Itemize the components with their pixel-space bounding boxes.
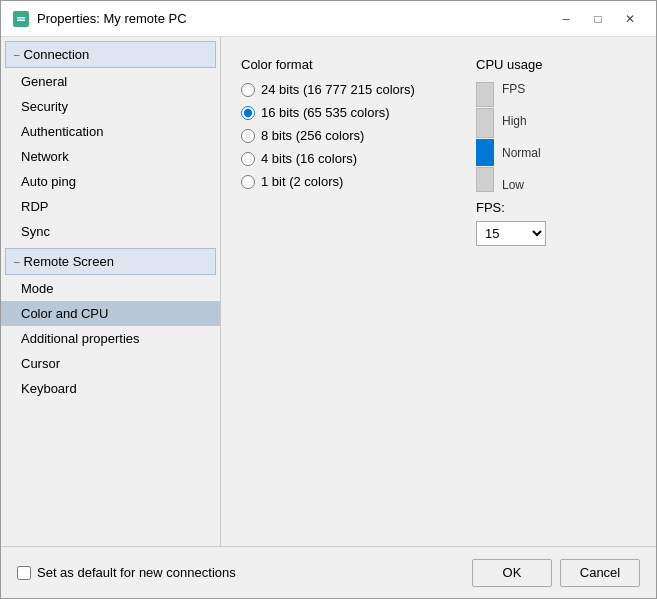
sidebar-item-authentication[interactable]: Authentication [1,119,220,144]
radio-16bit[interactable]: 16 bits (65 535 colors) [241,105,446,120]
radio-1bit[interactable]: 1 bit (2 colors) [241,174,446,189]
radio-input-1bit[interactable] [241,175,255,189]
sidebar-item-auto-ping[interactable]: Auto ping [1,169,220,194]
collapse-icon-connection: – [14,49,20,60]
cpu-bar-high [476,108,494,138]
cpu-bar-normal [476,139,494,167]
window-title: Properties: My remote PC [37,11,187,26]
cpu-usage-section: CPU usage [476,57,636,246]
maximize-button[interactable]: □ [584,9,612,29]
sidebar-item-general[interactable]: General [1,69,220,94]
title-controls: – □ ✕ [552,9,644,29]
sidebar-item-cursor[interactable]: Cursor [1,351,220,376]
sidebar-item-network[interactable]: Network [1,144,220,169]
main-panel: Color format 24 bits (16 777 215 colors)… [221,37,656,546]
cpu-level-labels: FPS High Normal Low [502,82,541,192]
sidebar-item-security[interactable]: Security [1,94,220,119]
cpu-usage-title: CPU usage [476,57,636,72]
footer-left: Set as default for new connections [17,565,236,580]
svg-rect-2 [17,19,25,21]
cancel-button[interactable]: Cancel [560,559,640,587]
cpu-bar-low [476,167,494,192]
window-content: – Connection General Security Authentica… [1,37,656,546]
fps-label: FPS: [476,200,636,215]
sidebar: – Connection General Security Authentica… [1,37,221,546]
sidebar-group-remote-screen[interactable]: – Remote Screen [5,248,216,275]
default-connection-label: Set as default for new connections [37,565,236,580]
radio-24bit[interactable]: 24 bits (16 777 215 colors) [241,82,446,97]
sidebar-item-keyboard[interactable]: Keyboard [1,376,220,401]
cpu-chart: FPS High Normal Low [476,82,636,192]
fps-section: FPS: 5 10 15 20 25 30 [476,200,636,246]
radio-4bit[interactable]: 4 bits (16 colors) [241,151,446,166]
minimize-button[interactable]: – [552,9,580,29]
title-bar: Properties: My remote PC – □ ✕ [1,1,656,37]
color-cpu-section: Color format 24 bits (16 777 215 colors)… [241,57,636,246]
close-button[interactable]: ✕ [616,9,644,29]
sidebar-item-sync[interactable]: Sync [1,219,220,244]
sidebar-item-rdp[interactable]: RDP [1,194,220,219]
color-format-title: Color format [241,57,446,72]
color-format-section: Color format 24 bits (16 777 215 colors)… [241,57,446,246]
fps-select[interactable]: 5 10 15 20 25 30 [476,221,546,246]
properties-window: Properties: My remote PC – □ ✕ – Connect… [0,0,657,599]
default-connection-checkbox[interactable] [17,566,31,580]
radio-input-4bit[interactable] [241,152,255,166]
radio-input-24bit[interactable] [241,83,255,97]
radio-input-16bit[interactable] [241,106,255,120]
title-bar-left: Properties: My remote PC [13,11,187,27]
color-format-radio-group: 24 bits (16 777 215 colors) 16 bits (65 … [241,82,446,189]
radio-input-8bit[interactable] [241,129,255,143]
sidebar-item-color-cpu[interactable]: Color and CPU [1,301,220,326]
footer: Set as default for new connections OK Ca… [1,546,656,598]
sidebar-item-mode[interactable]: Mode [1,276,220,301]
collapse-icon-remote-screen: – [14,256,20,267]
window-icon [13,11,29,27]
radio-8bit[interactable]: 8 bits (256 colors) [241,128,446,143]
ok-button[interactable]: OK [472,559,552,587]
connection-group-label: Connection [24,47,90,62]
footer-buttons: OK Cancel [472,559,640,587]
sidebar-group-connection[interactable]: – Connection [5,41,216,68]
svg-rect-1 [17,17,25,19]
remote-screen-group-label: Remote Screen [24,254,114,269]
svg-rect-0 [15,13,27,25]
cpu-bar-fps [476,82,494,107]
sidebar-item-additional[interactable]: Additional properties [1,326,220,351]
